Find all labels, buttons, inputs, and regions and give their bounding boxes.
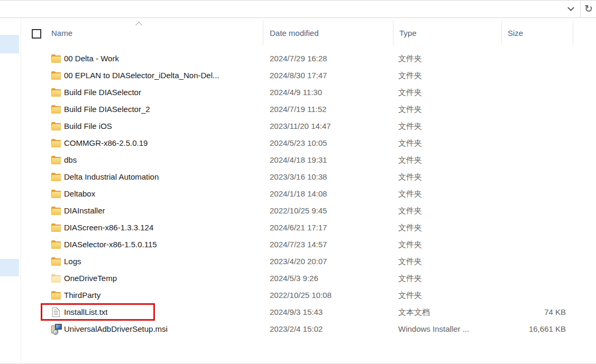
file-size [465, 152, 566, 169]
file-icon-slot [51, 189, 62, 200]
file-name: Build File iOS [64, 118, 261, 135]
file-size [465, 135, 566, 152]
file-size [465, 67, 566, 84]
file-icon-slot [51, 240, 62, 250]
file-size [465, 287, 566, 304]
file-name: Logs [64, 253, 261, 270]
file-icon-slot [51, 274, 62, 284]
file-icon-slot [51, 223, 62, 234]
table-row[interactable]: Deltabox 2024/1/18 14:08 文件夹 [0, 185, 596, 202]
file-icon-slot [51, 291, 62, 301]
file-name: Deltabox [64, 185, 261, 202]
file-name: Build File DIASelector [64, 84, 261, 101]
windows-installer-icon [51, 324, 62, 335]
address-toolbar: ↻ [0, 0, 596, 18]
table-row[interactable]: COMMGR-x86-2.5.0.19 2024/5/23 10:05 文件夹 [0, 135, 596, 152]
table-row[interactable]: 00 Delta - Work 2024/7/29 16:28 文件夹 [0, 50, 596, 67]
folder-icon [51, 72, 61, 80]
table-row[interactable]: DIAInstaller 2022/10/25 9:45 文件夹 [0, 202, 596, 219]
chevron-down-icon [567, 4, 574, 11]
folder-icon [51, 123, 61, 130]
file-icon-slot [51, 172, 62, 183]
table-row[interactable]: 00 EPLAN to DIASelector_iDelta_Non-Del..… [0, 67, 596, 84]
file-size [465, 101, 566, 118]
file-icon-slot [51, 88, 62, 98]
date-modified: 2024/6/21 17:17 [270, 219, 391, 236]
table-row[interactable]: Build File DIASelector_2 2024/7/19 11:52… [0, 101, 596, 118]
date-modified: 2024/4/9 11:30 [270, 84, 391, 101]
file-size [465, 84, 566, 101]
file-size [465, 219, 566, 236]
file-name: DIAInstaller [64, 202, 261, 219]
column-divider[interactable] [393, 20, 393, 45]
folder-icon [51, 173, 61, 181]
table-row[interactable]: Logs 2023/4/20 20:07 文件夹 [0, 253, 596, 270]
table-row[interactable]: DIAScreen-x86-1.3.3.124 2024/6/21 17:17 … [0, 219, 596, 236]
date-modified: 2022/10/25 9:45 [270, 202, 391, 219]
date-modified: 2023/11/20 14:47 [270, 118, 391, 135]
table-row[interactable]: Build File DIASelector 2024/4/9 11:30 文件… [0, 84, 596, 101]
file-size [465, 253, 566, 270]
text-document-icon [52, 307, 60, 317]
table-row[interactable]: Delta Industrial Automation 2023/3/16 10… [0, 169, 596, 185]
file-name: OneDriveTemp [64, 270, 261, 287]
file-name: Build File DIASelector_2 [64, 101, 261, 118]
folder-icon [51, 241, 61, 249]
file-name: ThirdParty [64, 287, 261, 304]
column-divider[interactable] [501, 20, 502, 45]
file-name: COMMGR-x86-2.5.0.19 [64, 135, 261, 152]
date-modified: 2024/8/30 17:47 [270, 67, 391, 84]
table-row[interactable]: DIASelector-x86-1.5.0.115 2024/7/23 14:5… [0, 236, 596, 253]
column-header-date-modified[interactable]: Date modified [270, 29, 319, 38]
folder-icon [51, 55, 61, 63]
file-icon-slot [51, 54, 62, 64]
file-name: 00 Delta - Work [64, 50, 261, 67]
select-all-checkbox[interactable] [32, 29, 41, 39]
column-divider[interactable] [263, 20, 263, 45]
folder-icon [51, 292, 61, 300]
file-icon-slot [51, 138, 62, 149]
file-size: 16,661 KB [465, 321, 566, 338]
file-size [465, 118, 566, 135]
file-size [465, 236, 566, 253]
date-modified: 2024/4/18 19:31 [270, 152, 391, 169]
file-name: DIASelector-x86-1.5.0.115 [64, 236, 261, 253]
file-name: Delta Industrial Automation [64, 169, 261, 185]
file-icon-slot [51, 155, 62, 166]
date-modified: 2022/10/25 10:08 [270, 287, 391, 304]
column-header-name[interactable]: Name [51, 29, 72, 38]
table-row[interactable]: OneDriveTemp 2024/5/3 9:26 文件夹 [0, 270, 596, 287]
file-icon-slot [51, 257, 62, 267]
file-icon-slot [51, 307, 62, 318]
column-header-size[interactable]: Size [508, 29, 523, 38]
table-row[interactable]: Build File iOS 2023/11/20 14:47 文件夹 [0, 118, 596, 135]
date-modified: 2024/7/29 16:28 [270, 50, 391, 67]
refresh-button[interactable]: ↻ [581, 1, 596, 18]
table-row[interactable]: UniversalAdbDriverSetup.msi 2023/2/4 15:… [0, 321, 596, 338]
column-header-type[interactable]: Type [399, 29, 417, 38]
sort-ascending-icon [135, 22, 142, 29]
file-size [465, 270, 566, 287]
folder-icon [51, 139, 61, 147]
table-row[interactable]: dbs 2024/4/18 19:31 文件夹 [0, 152, 596, 169]
date-modified: 2023/4/20 20:07 [270, 253, 391, 270]
table-row[interactable]: ThirdParty 2022/10/25 10:08 文件夹 [0, 287, 596, 304]
file-icon-slot [51, 71, 62, 81]
folder-icon [51, 224, 61, 232]
folder-icon [51, 156, 61, 164]
folder-icon [51, 258, 61, 266]
file-icon-slot [51, 105, 62, 115]
date-modified: 2024/7/19 11:52 [270, 101, 391, 118]
table-row[interactable]: InstallList.txt 2024/9/3 15:43 文本文档 74 K… [0, 304, 596, 321]
toolbar-divider [580, 1, 581, 17]
column-divider[interactable] [573, 20, 573, 45]
file-icon-slot [51, 206, 62, 217]
file-name: InstallList.txt [64, 304, 261, 321]
folder-icon [51, 106, 61, 114]
address-dropdown-button[interactable] [563, 1, 579, 18]
file-name: DIAScreen-x86-1.3.3.124 [64, 219, 261, 236]
file-list: 00 Delta - Work 2024/7/29 16:28 文件夹 00 E… [0, 50, 596, 338]
folder-icon [51, 89, 61, 97]
date-modified: 2024/9/3 15:43 [270, 304, 391, 321]
column-header-row: Name Date modified Type Size [0, 20, 596, 45]
